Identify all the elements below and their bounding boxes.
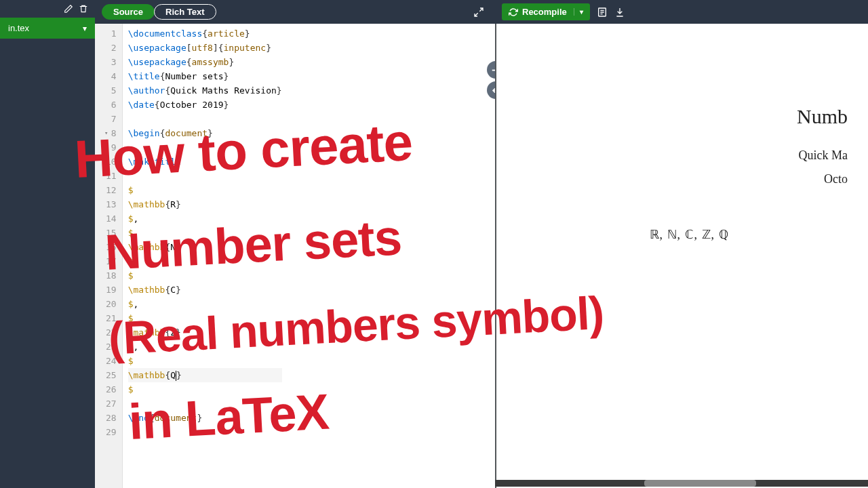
- doc-title: Numb: [632, 105, 848, 128]
- download-icon[interactable]: [614, 7, 625, 18]
- code-editor[interactable]: 1234567891011121314151617181920212223242…: [95, 24, 495, 488]
- expand-icon[interactable]: [469, 7, 488, 18]
- chevron-down-icon: ▾: [83, 24, 87, 33]
- editor-pane: Source Rich Text 12345678910111213141516…: [95, 0, 495, 488]
- pdf-viewer[interactable]: Numb Quick Ma Octo ℝ, ℕ, ℂ, ℤ, ℚ: [495, 24, 868, 488]
- refresh-icon: [509, 7, 518, 17]
- doc-author: Quick Ma: [632, 148, 848, 163]
- recompile-dropdown-icon[interactable]: ▾: [574, 8, 583, 16]
- line-gutter: 1234567891011121314151617181920212223242…: [95, 24, 123, 488]
- file-sidebar: in.tex ▾: [0, 0, 95, 488]
- preview-pane: Recompile ▾ Numb Quick Ma Octo ℝ, ℕ, ℂ, …: [495, 0, 868, 488]
- editor-toolbar: Source Rich Text: [95, 0, 495, 24]
- file-name: in.tex: [8, 23, 29, 33]
- scrollbar-thumb[interactable]: [644, 480, 756, 487]
- preview-toolbar: Recompile ▾: [495, 0, 868, 24]
- trash-icon[interactable]: [79, 4, 88, 14]
- horizontal-scrollbar[interactable]: [495, 480, 868, 487]
- doc-date: Octo: [632, 172, 848, 186]
- pdf-page: Numb Quick Ma Octo ℝ, ℕ, ℂ, ℤ, ℚ: [496, 24, 868, 488]
- recompile-button[interactable]: Recompile ▾: [502, 3, 590, 20]
- edit-icon[interactable]: [64, 4, 73, 14]
- recompile-label: Recompile: [522, 7, 567, 17]
- doc-number-sets: ℝ, ℕ, ℂ, ℤ, ℚ: [632, 227, 848, 242]
- tab-richtext[interactable]: Rich Text: [154, 4, 216, 20]
- logs-icon[interactable]: [597, 7, 608, 18]
- tab-source[interactable]: Source: [102, 4, 155, 20]
- code-content[interactable]: \documentclass{article}\usepackage[utf8]…: [123, 24, 288, 488]
- file-tab-main[interactable]: in.tex ▾: [0, 18, 95, 39]
